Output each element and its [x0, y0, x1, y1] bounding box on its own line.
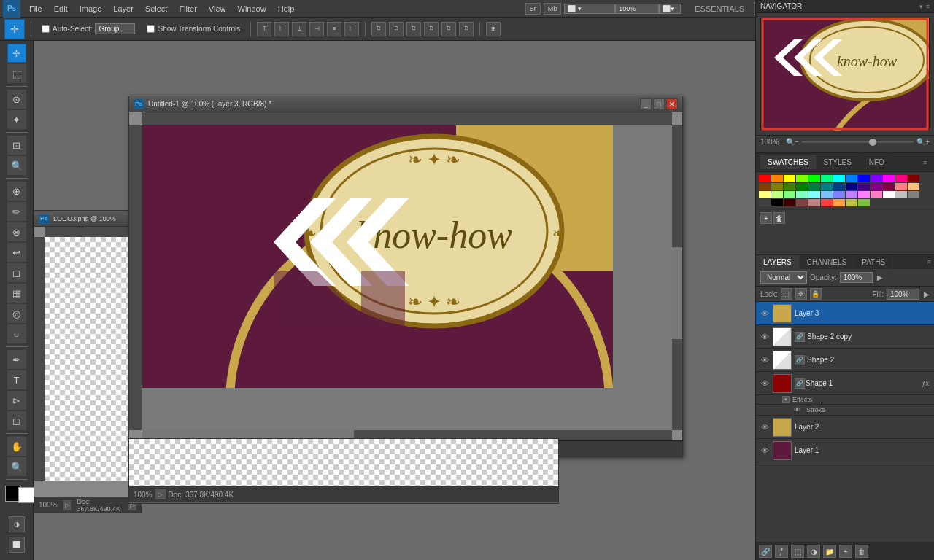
magic-wand-icon[interactable]: ✦ — [7, 110, 26, 129]
lasso-tool-icon[interactable]: ⊙ — [7, 90, 26, 109]
doc-restore-btn[interactable]: □ — [653, 98, 665, 110]
swatch-cell[interactable] — [784, 175, 795, 182]
auto-select-input[interactable] — [42, 25, 50, 33]
align-right-btn[interactable]: ⊢ — [344, 22, 359, 36]
fill-value[interactable]: 100% — [887, 289, 919, 300]
swatch-cell[interactable] — [833, 183, 845, 190]
swatch-cell[interactable] — [796, 199, 808, 206]
swatch-cell[interactable] — [784, 199, 795, 206]
swatch-cell[interactable] — [796, 191, 808, 198]
layout-dropdown[interactable]: ⬜▾ — [659, 4, 681, 14]
swatch-cell[interactable] — [821, 175, 833, 182]
swatch-cell[interactable] — [858, 183, 870, 190]
distribute-left-btn[interactable]: ⠿ — [424, 22, 439, 36]
auto-select-dropdown[interactable]: Group — [95, 23, 135, 34]
menu-filter[interactable]: Filter — [173, 3, 202, 15]
dodge-tool-icon[interactable]: ○ — [7, 324, 26, 343]
swatch-cell[interactable] — [871, 191, 882, 198]
swatch-cell[interactable] — [858, 199, 870, 206]
tab-channels[interactable]: CHANNELS — [800, 255, 854, 269]
layer-item-layer2[interactable]: 👁 Layer 2 — [756, 416, 934, 439]
swatch-cell[interactable] — [759, 175, 771, 182]
swatch-cell[interactable] — [784, 183, 795, 190]
doc-minimize-btn[interactable]: _ — [640, 98, 652, 110]
layer-item-shape1[interactable]: 👁 🔗 Shape 1 ƒx — [756, 372, 934, 395]
view-mode-dropdown[interactable]: ⬜ ▾ — [564, 4, 615, 14]
swatch-cell[interactable] — [858, 175, 870, 182]
opacity-value[interactable]: 100% — [840, 272, 873, 283]
delete-swatch-btn[interactable]: 🗑 — [773, 212, 785, 224]
hand-tool-icon[interactable]: ✋ — [7, 437, 26, 456]
tab-swatches[interactable]: SWATCHES — [760, 155, 817, 169]
swatch-cell[interactable] — [833, 175, 845, 182]
align-vcenter-btn[interactable]: ⊢ — [274, 22, 289, 36]
swatch-cell[interactable] — [759, 183, 771, 190]
menu-help[interactable]: Help — [272, 3, 301, 15]
swatch-cell[interactable] — [784, 191, 795, 198]
zoom-dropdown[interactable]: 100% — [615, 4, 659, 14]
crop-tool-icon[interactable]: ⊡ — [7, 136, 26, 155]
swatch-cell[interactable] — [846, 175, 857, 182]
swatch-cell[interactable] — [908, 175, 919, 182]
effects-collapse[interactable]: ▾ — [782, 396, 790, 403]
layer-eye-shape2[interactable]: 👁 — [759, 354, 771, 366]
bridge-btn[interactable]: Br — [525, 3, 541, 15]
blend-mode-dropdown[interactable]: Normal Multiply Screen — [760, 271, 807, 284]
distribute-top-btn[interactable]: ⠿ — [371, 22, 386, 36]
shape2copy-link-icon[interactable]: 🔗 — [795, 332, 805, 342]
distribute-right-btn[interactable]: ⠿ — [459, 22, 474, 36]
menu-file[interactable]: File — [23, 3, 48, 15]
layer-item-shape2copy[interactable]: 👁 🔗 Shape 2 copy — [756, 325, 934, 349]
tab-info[interactable]: INFO — [860, 155, 892, 169]
layer-mask-btn[interactable]: ⬚ — [791, 545, 804, 558]
show-transform-checkbox[interactable]: Show Transform Controls — [147, 25, 240, 33]
swatch-cell[interactable] — [821, 199, 833, 206]
scrollbar-thumb-v[interactable] — [672, 247, 682, 338]
layer-eye-layer1[interactable]: 👁 — [759, 445, 771, 456]
swatch-cell[interactable] — [808, 183, 820, 190]
layer-link-btn[interactable]: 🔗 — [759, 545, 772, 558]
swatch-cell[interactable] — [858, 191, 870, 198]
layer-eye-shape2copy[interactable]: 👁 — [759, 331, 771, 343]
swatch-cell[interactable] — [883, 175, 895, 182]
navigator-options[interactable]: ≡ — [926, 3, 930, 10]
history-brush-icon[interactable]: ↩ — [7, 243, 26, 262]
layer-group-btn[interactable]: 📁 — [823, 545, 836, 558]
align-hcenter-btn[interactable]: ≡ — [327, 22, 341, 36]
swatch-cell[interactable] — [908, 191, 919, 198]
swatch-cell[interactable] — [808, 199, 820, 206]
swatch-cell[interactable] — [895, 191, 907, 198]
swatch-cell[interactable] — [771, 191, 783, 198]
swatch-cell[interactable] — [908, 183, 919, 190]
lock-position-icon[interactable]: ✛ — [795, 288, 807, 300]
swatches-options[interactable]: ≡ — [920, 156, 930, 169]
shape-tool-icon[interactable]: ◻ — [7, 411, 26, 430]
move-tool-icon[interactable]: ✛ — [7, 44, 26, 63]
swatch-cell[interactable] — [759, 199, 771, 206]
doc-close-btn[interactable]: ✕ — [666, 98, 678, 110]
logo-status-arrow[interactable]: ▷ — [63, 500, 72, 510]
brush-tool-icon[interactable]: ✏ — [7, 202, 26, 221]
swatch-cell[interactable] — [771, 183, 783, 190]
minibr-btn[interactable]: Mb — [544, 3, 562, 15]
add-swatch-btn[interactable]: + — [760, 212, 772, 224]
swatch-cell[interactable] — [846, 199, 857, 206]
layer-delete-btn[interactable]: 🗑 — [855, 545, 868, 558]
tab-paths[interactable]: PATHS — [854, 255, 893, 269]
tab-essentials[interactable]: ESSENTIALS — [687, 2, 752, 15]
swatch-cell[interactable] — [796, 175, 808, 182]
nav-zoom-slider[interactable] — [802, 141, 914, 143]
quick-mask-icon[interactable]: ◑ — [9, 516, 25, 532]
layer-eye-shape1[interactable]: 👁 — [759, 378, 771, 389]
menu-window[interactable]: Window — [232, 3, 272, 15]
distribute-bottom-btn[interactable]: ⠿ — [406, 22, 421, 36]
auto-select-checkbox[interactable]: Auto-Select: Group — [42, 23, 135, 34]
swatch-cell[interactable] — [759, 191, 771, 198]
shape1-link-icon[interactable]: 🔗 — [795, 378, 805, 389]
move-tool[interactable]: ✛ — [4, 19, 25, 39]
fill-arrow[interactable]: ▶ — [924, 290, 930, 298]
text-tool-icon[interactable]: T — [7, 370, 26, 389]
swatch-cell[interactable] — [883, 183, 895, 190]
layers-options[interactable]: ≡ — [925, 255, 934, 269]
pen-tool-icon[interactable]: ✒ — [7, 350, 26, 369]
